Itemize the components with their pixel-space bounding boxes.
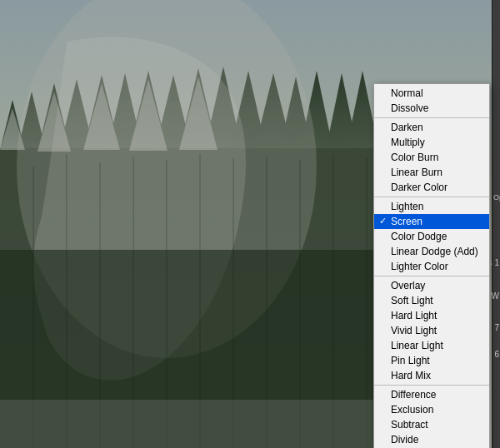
blend-section-difference: Difference Exclusion Subtract Divide bbox=[374, 386, 489, 448]
blend-item-hard-light[interactable]: Hard Light bbox=[374, 308, 489, 323]
blend-item-darken[interactable]: Darken bbox=[374, 120, 489, 135]
blend-item-color-burn[interactable]: Color Burn bbox=[374, 150, 489, 165]
blend-mode-dropdown: Normal Dissolve Darken Multiply Color Bu… bbox=[373, 83, 490, 448]
blend-item-color-dodge[interactable]: Color Dodge bbox=[374, 229, 489, 244]
opacity-partial-label: Opac bbox=[493, 193, 500, 202]
blend-item-darker-color[interactable]: Darker Color bbox=[374, 180, 489, 195]
blend-item-dissolve[interactable]: Dissolve bbox=[374, 101, 489, 116]
blend-item-linear-light[interactable]: Linear Light bbox=[374, 338, 489, 353]
blend-item-linear-dodge[interactable]: Linear Dodge (Add) bbox=[374, 244, 489, 259]
blend-item-pin-light[interactable]: Pin Light bbox=[374, 353, 489, 368]
number2-label: 6 bbox=[494, 350, 499, 359]
blend-item-lighten[interactable]: Lighten bbox=[374, 199, 489, 214]
blend-item-overlay[interactable]: Overlay bbox=[374, 278, 489, 293]
blend-item-vivid-light[interactable]: Vivid Light bbox=[374, 323, 489, 338]
blend-item-divide[interactable]: Divide bbox=[374, 432, 489, 447]
blend-section-darken: Darken Multiply Color Burn Linear Burn D… bbox=[374, 118, 489, 197]
blend-item-screen[interactable]: Screen bbox=[374, 214, 489, 229]
blend-item-multiply[interactable]: Multiply bbox=[374, 135, 489, 150]
blend-item-linear-burn[interactable]: Linear Burn bbox=[374, 165, 489, 180]
blend-item-soft-light[interactable]: Soft Light bbox=[374, 293, 489, 308]
blend-item-lighter-color[interactable]: Lighter Color bbox=[374, 259, 489, 274]
blend-section-overlay: Overlay Soft Light Hard Light Vivid Ligh… bbox=[374, 276, 489, 386]
right-panel-strip bbox=[492, 0, 500, 448]
blend-item-normal[interactable]: Normal bbox=[374, 86, 489, 101]
blend-item-subtract[interactable]: Subtract bbox=[374, 417, 489, 432]
number1-label: 7 bbox=[494, 323, 499, 332]
blend-section-normal: Normal Dissolve bbox=[374, 84, 489, 118]
blend-section-lighten: Lighten Screen Color Dodge Linear Dodge … bbox=[374, 197, 489, 276]
blend-item-exclusion[interactable]: Exclusion bbox=[374, 402, 489, 417]
blend-item-difference[interactable]: Difference bbox=[374, 387, 489, 402]
svg-rect-36 bbox=[0, 400, 383, 448]
blend-item-hard-mix[interactable]: Hard Mix bbox=[374, 368, 489, 383]
